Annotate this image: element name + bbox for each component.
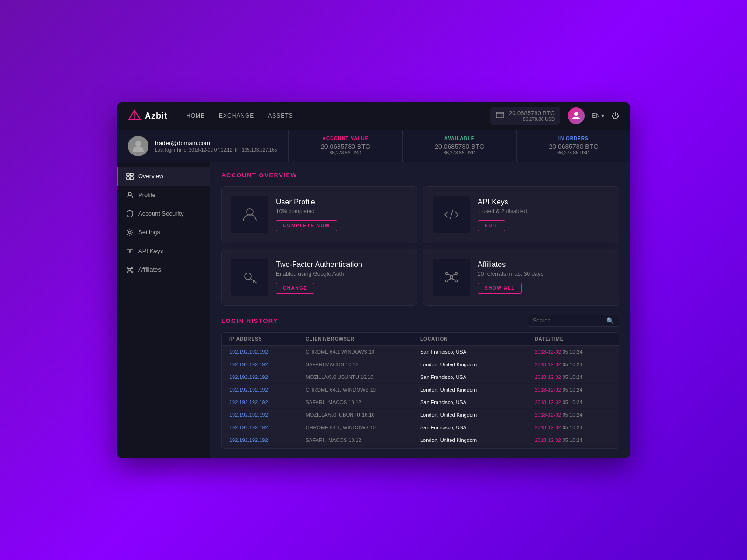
sidebar-label-api-keys: API Keys xyxy=(138,247,163,254)
svg-line-20 xyxy=(130,271,132,271)
cell-location: London, United Kingdom xyxy=(420,412,535,418)
svg-line-19 xyxy=(128,271,130,271)
sidebar-item-account-security[interactable]: Account Security xyxy=(117,204,210,223)
svg-point-28 xyxy=(455,272,458,274)
stat-btc-available: 20.0685780 BTC xyxy=(412,143,507,150)
two-factor-card: Two-Factor Authentication Enabled using … xyxy=(221,249,417,306)
cell-location: San Francisco, USA xyxy=(420,425,535,430)
sidebar-item-profile[interactable]: Profile xyxy=(117,186,210,204)
user-profile-icon-box xyxy=(231,196,268,233)
stat-in-orders: IN ORDERS 20.0685780 BTC 86,278.86 USD xyxy=(517,130,630,162)
nav-right: 20.0685780 BTC 86,278.86 USD EN ▾ ⏻ xyxy=(490,107,619,125)
svg-rect-8 xyxy=(130,177,133,180)
sidebar-item-settings[interactable]: Settings xyxy=(117,223,210,242)
balance-text: 20.0685780 BTC 86,278.86 USD xyxy=(509,110,555,122)
cell-ip: 192.192.192.192 xyxy=(229,399,306,405)
cell-date: 2018-12-02 05:10:24 xyxy=(535,349,611,355)
cell-browser: CHROME 64.1, WINDOWS 10 xyxy=(306,425,420,430)
svg-rect-6 xyxy=(130,173,133,176)
cell-ip: 192.192.192.192 xyxy=(229,425,306,430)
change-button[interactable]: CHANGE xyxy=(276,283,314,294)
overview-icon xyxy=(126,173,134,180)
user-avatar-button[interactable] xyxy=(568,107,585,124)
cell-location: London, United Kingdom xyxy=(420,387,535,392)
table-row: 192.192.192.192 SAFARI , MACOS 10.12 San… xyxy=(222,396,619,409)
power-button[interactable]: ⏻ xyxy=(612,112,619,120)
svg-line-32 xyxy=(451,274,455,276)
svg-line-31 xyxy=(448,274,451,276)
nav-balance-btc: 20.0685780 BTC xyxy=(509,110,555,117)
table-row: 192.192.192.192 SAFARI , MACOS 10.12 Lon… xyxy=(222,434,619,447)
user-profile-title: User Profile xyxy=(276,198,337,206)
svg-line-33 xyxy=(448,279,451,280)
nav-exchange[interactable]: EXCHANGE xyxy=(219,112,254,119)
cell-ip: 192.192.192.192 xyxy=(229,374,306,380)
sidebar-label-profile: Profile xyxy=(138,191,155,198)
affiliates-body: Affiliates 10 referrals in last 30 days … xyxy=(478,260,543,294)
affiliates-subtitle: 10 referrals in last 30 days xyxy=(478,271,543,277)
nav-assets[interactable]: ASSETS xyxy=(268,112,293,119)
search-input[interactable] xyxy=(533,317,603,324)
cell-location: London, United Kingdom xyxy=(420,362,535,367)
sidebar-label-affiliates: Affiliates xyxy=(138,266,161,273)
profile-icon xyxy=(126,191,134,199)
user-details: trader@domain.com Last login Time: 2018-… xyxy=(155,140,277,153)
sidebar-item-api-keys[interactable]: API Keys xyxy=(117,242,210,260)
stat-label-available: AVAILABLE xyxy=(412,136,507,141)
svg-line-18 xyxy=(130,268,132,269)
svg-point-23 xyxy=(245,273,251,280)
svg-point-26 xyxy=(450,276,453,279)
nav-home[interactable]: HOME xyxy=(186,112,205,119)
security-icon xyxy=(126,210,134,217)
login-history-table: IP ADDRESS CLIENT/BROWSER LOCATION DATE/… xyxy=(221,332,619,449)
stat-label-in-orders: IN ORDERS xyxy=(526,136,621,141)
cell-location: San Francisco, USA xyxy=(420,374,535,380)
code-icon xyxy=(443,206,460,223)
search-icon[interactable]: 🔍 xyxy=(606,317,614,324)
sidebar-label-overview: Overview xyxy=(138,173,163,180)
table-body: 192.192.192.192 CHROME 64.1 WINDOWS 10 S… xyxy=(222,346,619,448)
complete-now-button[interactable]: COMPLETE NOW xyxy=(276,220,337,231)
logo-text: Azbit xyxy=(145,111,168,121)
user-icon xyxy=(241,206,258,223)
cell-date: 2018-12-02 05:10:24 xyxy=(535,425,611,430)
sidebar-item-affiliates[interactable]: Affiliates xyxy=(117,260,210,279)
api-keys-card: API Keys 1 used & 2 disabled EDIT xyxy=(423,186,619,243)
table-header: IP ADDRESS CLIENT/BROWSER LOCATION DATE/… xyxy=(222,333,619,346)
login-history-header: LOGIN HISTORY 🔍 xyxy=(221,315,619,327)
stat-btc-account-value: 20.0685780 BTC xyxy=(298,143,393,150)
nav-links: HOME EXCHANGE ASSETS xyxy=(186,112,490,119)
avatar xyxy=(128,136,148,156)
api-keys-body: API Keys 1 used & 2 disabled EDIT xyxy=(478,198,527,231)
settings-icon xyxy=(126,229,134,236)
sidebar: Overview Profile Account Security Settin… xyxy=(117,162,210,458)
affiliates-icon xyxy=(126,266,134,273)
stat-available: AVAILABLE 20.0685780 BTC 86,278.86 USD xyxy=(403,130,517,162)
search-box: 🔍 xyxy=(528,315,619,327)
cell-ip: 192.192.192.192 xyxy=(229,362,306,367)
sidebar-label-account-security: Account Security xyxy=(138,210,184,217)
two-factor-icon-box xyxy=(231,259,268,296)
table-row: 192.192.192.192 MOZILLA/5.0 UBUNTU 16.10… xyxy=(222,371,619,384)
two-factor-subtitle: Enabled using Google Auth xyxy=(276,271,362,277)
cell-date: 2018-12-02 05:10:24 xyxy=(535,374,611,380)
language-selector[interactable]: EN ▾ xyxy=(592,112,604,119)
two-factor-title: Two-Factor Authentication xyxy=(276,260,362,269)
edit-button[interactable]: EDIT xyxy=(478,220,505,231)
svg-rect-7 xyxy=(127,177,129,180)
login-history-title: LOGIN HISTORY xyxy=(221,317,278,324)
svg-point-29 xyxy=(446,280,448,282)
sidebar-item-overview[interactable]: Overview xyxy=(117,167,210,186)
show-all-button[interactable]: SHOW ALL xyxy=(478,283,522,294)
table-row: 192.192.192.192 CHROME 64.1, WINDOWS 10 … xyxy=(222,421,619,434)
user-profile-subtitle: 10% completed xyxy=(276,208,337,215)
svg-point-21 xyxy=(247,209,253,215)
cell-date: 2018-12-02 05:10:24 xyxy=(535,362,611,367)
sidebar-label-settings: Settings xyxy=(138,229,160,236)
cell-browser: MOZILLA/5.0 UBUNTU 16.10 xyxy=(306,374,420,380)
svg-point-9 xyxy=(128,192,131,195)
logo[interactable]: Azbit xyxy=(128,109,168,122)
cell-browser: SAFARI , MACOS 10.12 xyxy=(306,399,420,405)
api-keys-icon-box xyxy=(433,196,470,233)
svg-rect-2 xyxy=(496,112,504,118)
